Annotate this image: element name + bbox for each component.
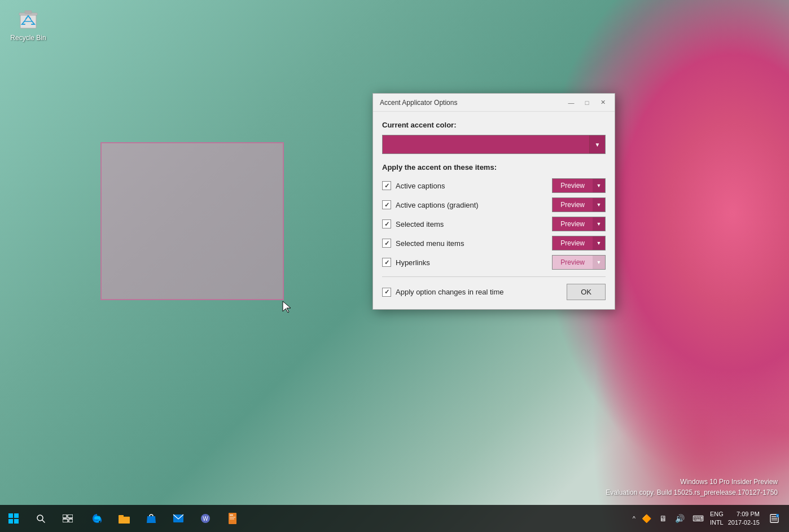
color-swatch xyxy=(383,135,589,153)
realtime-label: Apply option changes in real time xyxy=(396,288,504,296)
preview-btn-selected-items[interactable]: Preview ▼ xyxy=(552,217,606,231)
svg-rect-2 xyxy=(25,11,32,14)
pink-preview-rect xyxy=(100,142,284,300)
item-left: Selected menu items xyxy=(382,239,464,248)
search-button[interactable] xyxy=(27,505,54,532)
checkbox-hyperlinks[interactable] xyxy=(382,258,391,267)
checkbox-selected-items[interactable] xyxy=(382,219,391,228)
checkbox-selected-menu-items[interactable] xyxy=(382,239,391,248)
app1-taskbar-icon[interactable]: W xyxy=(192,505,219,532)
watermark-line2: Evaluation copy. Build 15025.rs_prerelea… xyxy=(606,487,778,498)
recycle-bin-svg xyxy=(15,5,42,32)
active-captions-gradient-label: Active captions (gradient) xyxy=(396,201,479,209)
ok-button[interactable]: OK xyxy=(567,284,606,300)
intl-text: INTL xyxy=(710,518,724,527)
item-row-selected-items: Selected items Preview ▼ xyxy=(382,217,606,231)
preview-text: Preview xyxy=(553,217,593,231)
tray-icon-1[interactable]: 🔶 xyxy=(640,514,653,523)
taskbar-apps: W xyxy=(84,505,246,532)
svg-rect-10 xyxy=(68,515,73,518)
start-button[interactable] xyxy=(0,505,27,532)
action-center-button[interactable]: 2 xyxy=(764,505,784,532)
app2-taskbar-icon[interactable] xyxy=(219,505,246,532)
accent-color-label: Current accent color: xyxy=(382,121,606,129)
preview-arrow: ▼ xyxy=(593,217,605,231)
preview-arrow: ▼ xyxy=(593,256,605,269)
mail-icon xyxy=(173,514,184,523)
svg-text:W: W xyxy=(203,516,208,522)
app2-icon xyxy=(227,513,238,524)
preview-arrow: ▼ xyxy=(593,179,605,192)
tray-icon-volume[interactable]: 🔊 xyxy=(673,514,686,523)
store-taskbar-icon[interactable] xyxy=(138,505,165,532)
item-row-selected-menu-items: Selected menu items Preview ▼ xyxy=(382,236,606,250)
svg-rect-12 xyxy=(69,519,73,522)
maximize-button[interactable]: □ xyxy=(580,97,594,108)
svg-rect-4 xyxy=(14,513,19,518)
hidden-icons-button[interactable]: ^ xyxy=(633,515,635,522)
selected-menu-items-label: Selected menu items xyxy=(396,239,464,248)
checkbox-active-captions[interactable] xyxy=(382,181,391,190)
action-center-icon: 2 xyxy=(770,514,779,523)
preview-text: Preview xyxy=(553,198,593,212)
edge-icon xyxy=(91,513,103,524)
taskbar-date-value: 2017-02-15 xyxy=(728,518,760,527)
taskbar-clock[interactable]: 7:09 PM 2017-02-15 xyxy=(728,510,760,527)
item-left: Active captions xyxy=(382,181,445,190)
preview-btn-selected-menu-items[interactable]: Preview ▼ xyxy=(552,236,606,250)
svg-rect-21 xyxy=(230,517,235,518)
hyperlinks-label: Hyperlinks xyxy=(396,258,430,267)
tray-icon-keyboard[interactable]: ⌨ xyxy=(691,514,705,523)
close-button[interactable]: ✕ xyxy=(595,97,610,108)
selected-items-label: Selected items xyxy=(396,220,444,228)
bottom-row: Apply option changes in real time OK xyxy=(382,284,606,300)
preview-arrow: ▼ xyxy=(593,198,605,212)
taskbar: W ^ 🔶 🖥 🔊 ⌨ ENG INTL 7:09 PM 2017 xyxy=(0,505,789,532)
preview-btn-hyperlinks[interactable]: Preview ▼ xyxy=(552,255,606,270)
store-icon xyxy=(146,513,156,524)
tray-icon-2[interactable]: 🖥 xyxy=(658,514,669,523)
mouse-cursor xyxy=(282,300,293,314)
task-view-icon xyxy=(63,515,73,522)
recycle-bin-icon[interactable]: Recycle Bin xyxy=(6,5,51,43)
svg-rect-22 xyxy=(230,518,234,520)
preview-btn-active-captions[interactable]: Preview ▼ xyxy=(552,178,606,193)
file-explorer-taskbar-icon[interactable] xyxy=(111,505,138,532)
color-dropdown-arrow: ▼ xyxy=(589,135,605,153)
windows-watermark: Windows 10 Pro Insider Preview Evaluatio… xyxy=(606,477,778,498)
edge-taskbar-icon[interactable] xyxy=(84,505,111,532)
preview-btn-active-captions-gradient[interactable]: Preview ▼ xyxy=(552,197,606,212)
realtime-row: Apply option changes in real time xyxy=(382,288,504,297)
item-row-hyperlinks: Hyperlinks Preview ▼ xyxy=(382,255,606,270)
svg-rect-6 xyxy=(14,519,19,524)
dialog-controls: — □ ✕ xyxy=(564,97,610,108)
task-view-button[interactable] xyxy=(54,505,81,532)
checkbox-active-captions-gradient[interactable] xyxy=(382,200,391,209)
divider xyxy=(382,276,606,277)
search-icon xyxy=(36,514,45,523)
active-captions-label: Active captions xyxy=(396,182,445,190)
svg-rect-11 xyxy=(63,519,68,522)
watermark-line1: Windows 10 Pro Insider Preview xyxy=(606,477,778,487)
svg-line-8 xyxy=(42,520,45,522)
minimize-button[interactable]: — xyxy=(564,97,578,108)
dialog-title: Accent Applicator Options xyxy=(380,99,457,107)
item-row-active-captions: Active captions Preview ▼ xyxy=(382,178,606,193)
recycle-bin-label: Recycle Bin xyxy=(10,34,46,43)
item-left: Selected items xyxy=(382,219,444,228)
svg-rect-5 xyxy=(8,519,13,524)
preview-arrow: ▼ xyxy=(593,236,605,250)
color-dropdown[interactable]: ▼ xyxy=(382,135,606,154)
item-left: Active captions (gradient) xyxy=(382,200,479,209)
taskbar-lang[interactable]: ENG INTL xyxy=(710,510,724,527)
svg-rect-20 xyxy=(230,515,233,516)
svg-rect-25 xyxy=(772,518,777,518)
taskbar-time-value: 7:09 PM xyxy=(728,510,760,518)
svg-rect-3 xyxy=(8,513,13,518)
svg-rect-9 xyxy=(63,515,67,518)
checkbox-realtime[interactable] xyxy=(382,288,391,297)
item-left: Hyperlinks xyxy=(382,258,430,267)
svg-rect-26 xyxy=(772,520,777,520)
item-row-active-captions-gradient: Active captions (gradient) Preview ▼ xyxy=(382,197,606,212)
mail-taskbar-icon[interactable] xyxy=(165,505,192,532)
